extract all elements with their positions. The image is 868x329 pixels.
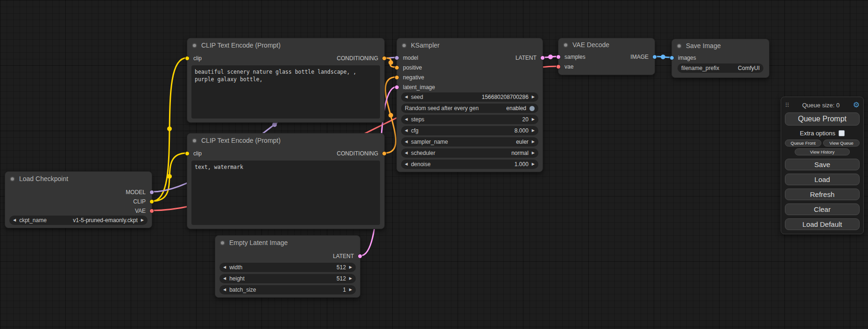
decrement-arrow-icon[interactable]: ◀ (405, 162, 408, 166)
refresh-button[interactable]: Refresh (785, 189, 860, 200)
vae-input-port[interactable] (556, 64, 561, 69)
increment-arrow-icon[interactable]: ▶ (349, 266, 352, 269)
link-midpoint-dot (388, 113, 393, 118)
queue-panel-header: ⠿ Queue size: 0 ⚙ (785, 101, 860, 109)
node-vae-decode[interactable]: VAE Decode samples vae IMAGE (558, 38, 655, 75)
queue-size-label: Queue size: 0 (789, 102, 853, 109)
collapse-dot-icon[interactable] (10, 176, 15, 182)
graph-canvas[interactable]: Load Checkpoint MODEL CLIP VAE ◀ ckpt_na… (0, 0, 868, 329)
width-widget[interactable]: ◀ width 512 ▶ (219, 263, 356, 272)
denoise-widget[interactable]: ◀ denoise 1.000 ▶ (401, 160, 538, 169)
collapse-dot-icon[interactable] (192, 138, 197, 143)
conditioning-output-port[interactable] (382, 151, 387, 156)
node-load-checkpoint[interactable]: Load Checkpoint MODEL CLIP VAE ◀ ckpt_na… (5, 171, 152, 228)
node-clip-text-encode-negative[interactable]: CLIP Text Encode (Prompt) clip CONDITION… (187, 133, 385, 229)
decrement-arrow-icon[interactable]: ◀ (223, 266, 226, 269)
node-save-image[interactable]: Save Image images filename_prefix ComfyU… (671, 39, 769, 78)
increment-arrow-icon[interactable]: ▶ (532, 95, 535, 99)
decrement-arrow-icon[interactable]: ◀ (13, 218, 16, 222)
node-title-bar[interactable]: CLIP Text Encode (Prompt) (187, 38, 384, 52)
link-midpoint-dot (548, 55, 553, 59)
increment-arrow-icon[interactable]: ▶ (349, 288, 352, 292)
view-queue-button[interactable]: View Queue (823, 140, 860, 147)
decrement-arrow-icon[interactable]: ◀ (405, 140, 408, 144)
clip-input-port[interactable] (185, 56, 190, 61)
increment-arrow-icon[interactable]: ▶ (532, 118, 535, 121)
scheduler-widget[interactable]: ◀ scheduler normal ▶ (401, 148, 538, 158)
increment-arrow-icon[interactable]: ▶ (532, 162, 535, 166)
node-title: Empty Latent Image (229, 239, 288, 246)
clear-button[interactable]: Clear (785, 203, 860, 215)
load-default-button[interactable]: Load Default (785, 218, 860, 230)
node-title-bar[interactable]: CLIP Text Encode (Prompt) (187, 133, 384, 147)
samples-input-label: samples (565, 54, 586, 60)
collapse-dot-icon[interactable] (220, 240, 225, 245)
extra-options-checkbox[interactable] (839, 130, 845, 136)
negative-input-port[interactable] (395, 75, 399, 80)
toggle-knob-icon[interactable] (529, 106, 535, 111)
images-input-port[interactable] (670, 56, 674, 60)
view-history-button[interactable]: View History (795, 148, 850, 155)
negative-prompt-textarea[interactable]: text, watermark (191, 161, 380, 225)
steps-widget[interactable]: ◀ steps 20 ▶ (401, 115, 538, 124)
collapse-dot-icon[interactable] (677, 43, 682, 49)
increment-arrow-icon[interactable]: ▶ (141, 218, 144, 222)
sampler-name-widget[interactable]: ◀ sampler_name euler ▶ (401, 137, 538, 147)
decrement-arrow-icon[interactable]: ◀ (405, 118, 408, 121)
model-output-port[interactable] (149, 190, 154, 195)
node-title-bar[interactable]: KSampler (397, 38, 543, 52)
collapse-dot-icon[interactable] (402, 43, 407, 48)
batch-size-widget[interactable]: ◀ batch_size 1 ▶ (219, 285, 356, 294)
image-output-port[interactable] (652, 55, 657, 59)
node-title-bar[interactable]: Empty Latent Image (215, 236, 360, 250)
node-empty-latent-image[interactable]: Empty Latent Image LATENT ◀ width 512 ▶ … (215, 235, 360, 298)
load-button[interactable]: Load (785, 174, 860, 185)
latent-output-port[interactable] (358, 254, 362, 259)
link-midpoint-dot (167, 174, 172, 179)
increment-arrow-icon[interactable]: ▶ (532, 140, 535, 144)
samples-input-port[interactable] (556, 55, 561, 59)
negative-input-label: negative (403, 74, 424, 81)
increment-arrow-icon[interactable]: ▶ (532, 151, 535, 155)
drag-handle-icon[interactable]: ⠿ (785, 102, 789, 109)
latent-output-port[interactable] (540, 56, 545, 60)
decrement-arrow-icon[interactable]: ◀ (405, 151, 408, 155)
node-clip-text-encode-positive[interactable]: CLIP Text Encode (Prompt) clip CONDITION… (187, 38, 385, 123)
seed-widget[interactable]: ◀ seed 156680208700286 ▶ (401, 92, 538, 102)
node-title-bar[interactable]: Save Image (672, 39, 769, 52)
queue-front-button[interactable]: Queue Front (785, 140, 821, 147)
increment-arrow-icon[interactable]: ▶ (532, 129, 535, 133)
collapse-dot-icon[interactable] (563, 42, 568, 48)
widget-value: 512 (248, 275, 346, 282)
queue-prompt-button[interactable]: Queue Prompt (785, 112, 860, 126)
decrement-arrow-icon[interactable]: ◀ (223, 277, 226, 280)
increment-arrow-icon[interactable]: ▶ (349, 277, 352, 280)
conditioning-output-label: CONDITIONING (337, 150, 378, 157)
height-widget[interactable]: ◀ height 512 ▶ (219, 274, 356, 283)
positive-prompt-textarea[interactable]: beautiful scenery nature glass bottle la… (191, 65, 380, 119)
link-midpoint-dot (661, 55, 665, 59)
filename-prefix-widget[interactable]: filename_prefix ComfyUI (677, 63, 763, 73)
clip-output-port[interactable] (149, 199, 154, 204)
latent-image-input-port[interactable] (395, 85, 399, 90)
node-ksampler[interactable]: KSampler model positive negative latent_… (396, 38, 543, 172)
settings-gear-icon[interactable]: ⚙ (853, 101, 860, 109)
conditioning-output-port[interactable] (382, 56, 387, 61)
widget-name: ckpt_name (19, 217, 47, 224)
node-title-bar[interactable]: Load Checkpoint (5, 172, 152, 186)
widget-value: 512 (246, 264, 346, 271)
cfg-widget[interactable]: ◀ cfg 8.000 ▶ (401, 126, 538, 135)
model-input-port[interactable] (395, 56, 399, 60)
decrement-arrow-icon[interactable]: ◀ (223, 288, 226, 292)
decrement-arrow-icon[interactable]: ◀ (405, 95, 408, 99)
collapse-dot-icon[interactable] (192, 43, 197, 48)
node-title-bar[interactable]: VAE Decode (558, 38, 655, 51)
node-title: CLIP Text Encode (Prompt) (201, 137, 281, 144)
ckpt-name-widget[interactable]: ◀ ckpt_name v1-5-pruned-emaonly.ckpt ▶ (9, 216, 148, 225)
decrement-arrow-icon[interactable]: ◀ (405, 129, 408, 133)
clip-input-port[interactable] (185, 151, 190, 156)
save-button[interactable]: Save (785, 159, 860, 170)
vae-output-port[interactable] (149, 209, 154, 213)
positive-input-port[interactable] (395, 65, 399, 70)
random-seed-toggle-widget[interactable]: Random seed after every gen enabled (401, 104, 538, 113)
